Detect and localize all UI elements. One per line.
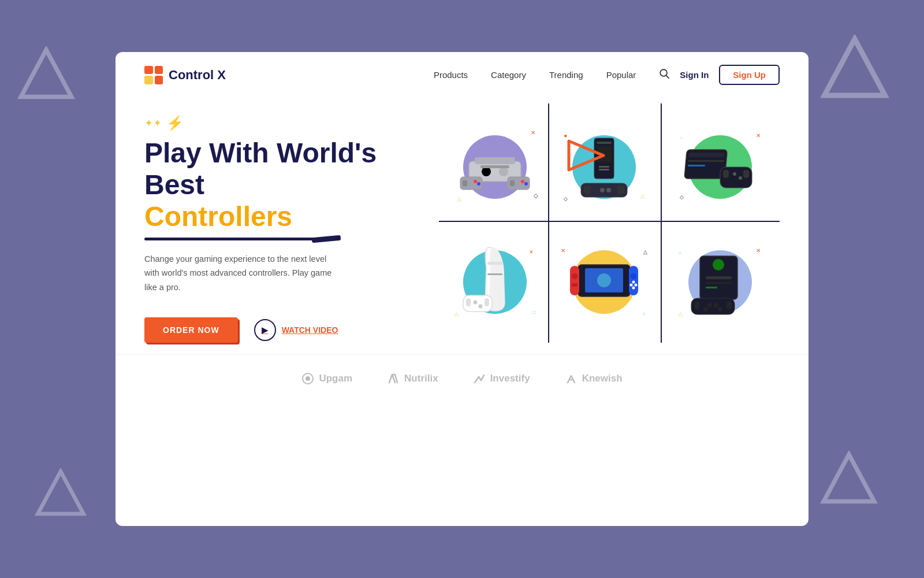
upgam-icon <box>301 372 314 385</box>
svg-point-29 <box>606 188 611 192</box>
svg-point-53 <box>630 283 633 286</box>
partner-upgam: Upgam <box>301 372 352 385</box>
red-arrow-decoration <box>563 138 609 175</box>
svg-rect-65 <box>726 301 732 309</box>
knewish-icon <box>565 372 578 385</box>
watch-video-button[interactable]: ▶ WATCH VIDEO <box>254 319 338 341</box>
svg-point-52 <box>631 273 636 279</box>
svg-rect-62 <box>706 287 717 288</box>
console-cell-ps1: ✕ ◇ △ <box>442 116 548 218</box>
investify-icon <box>473 372 486 385</box>
partners-section: Upgam Nutrilix Investify Knewish <box>116 354 808 397</box>
svg-point-66 <box>707 303 712 307</box>
partner-knewish: Knewish <box>565 372 623 385</box>
svg-point-37 <box>733 172 736 176</box>
svg-marker-1 <box>38 472 84 514</box>
svg-marker-0 <box>21 50 72 97</box>
logo-text: Control X <box>169 68 226 83</box>
svg-point-67 <box>714 303 718 307</box>
hero-actions: ORDER NOW ▶ WATCH VIDEO <box>144 317 422 343</box>
nav-item-products[interactable]: Products <box>434 70 468 80</box>
nav-item-category[interactable]: Category <box>491 70 526 80</box>
order-now-button[interactable]: ORDER NOW <box>144 317 238 343</box>
svg-rect-33 <box>688 165 705 166</box>
logo: Control X <box>144 66 226 84</box>
svg-rect-27 <box>617 186 624 194</box>
svg-point-49 <box>572 273 578 279</box>
svg-point-55 <box>635 283 638 286</box>
nav-links: Products Category Trending Popular <box>434 70 636 80</box>
svg-rect-42 <box>466 298 471 306</box>
svg-rect-32 <box>688 160 724 162</box>
nutrilix-icon <box>387 372 400 385</box>
nav-item-popular[interactable]: Popular <box>606 70 636 80</box>
svg-rect-43 <box>485 298 489 306</box>
svg-rect-40 <box>487 273 502 275</box>
svg-rect-60 <box>706 276 732 279</box>
ps5-console-img <box>454 244 535 320</box>
svg-marker-3 <box>824 454 874 501</box>
nav-link-products[interactable]: Products <box>434 70 468 80</box>
svg-point-14 <box>474 180 477 183</box>
grid-vertical-line-2 <box>661 103 662 343</box>
hero-highlight: Controllers <box>144 201 422 232</box>
svg-rect-8 <box>475 157 515 164</box>
svg-point-59 <box>713 259 724 271</box>
sparkles-icon: ✦✦ <box>144 117 162 129</box>
play-circle-icon: ▶ <box>254 319 276 341</box>
svg-point-56 <box>632 286 635 289</box>
svg-rect-61 <box>706 282 732 284</box>
nav-link-category[interactable]: Category <box>491 70 526 80</box>
svg-marker-6 <box>569 141 603 170</box>
hero-title: Play With World's Best Controllers <box>144 137 422 233</box>
svg-point-19 <box>524 182 528 186</box>
console-cell-switch: ✕ ○ △ <box>552 228 657 336</box>
svg-point-57 <box>597 273 611 287</box>
signup-button[interactable]: Sign Up <box>719 65 780 85</box>
hero-section: ✦✦ ⚡ Play With World's Best Controllers … <box>116 103 808 343</box>
hero-description: Change your gaming experience to the nex… <box>144 252 341 295</box>
svg-point-71 <box>305 376 310 381</box>
switch-console-img <box>561 247 647 317</box>
svg-rect-31 <box>688 153 725 157</box>
svg-point-28 <box>600 188 605 192</box>
svg-rect-11 <box>480 165 509 168</box>
svg-marker-2 <box>825 39 885 96</box>
logo-icon <box>144 66 163 84</box>
nav-link-trending[interactable]: Trending <box>549 70 583 80</box>
navbar: Control X Products Category Trending Pop… <box>116 52 808 98</box>
svg-point-44 <box>474 300 478 304</box>
nav-link-popular[interactable]: Popular <box>606 70 636 80</box>
grid-horizontal-line <box>439 221 780 222</box>
svg-rect-50 <box>572 283 578 287</box>
svg-rect-48 <box>570 266 579 295</box>
svg-point-10 <box>499 167 508 176</box>
search-button[interactable] <box>659 68 669 81</box>
svg-rect-17 <box>510 180 515 186</box>
ps1-console-img <box>454 135 535 199</box>
svg-point-18 <box>521 180 524 183</box>
nav-right: Sign In Sign Up <box>659 65 780 85</box>
grid-vertical-line-1 <box>548 103 549 343</box>
bolt-icon: ⚡ <box>166 115 184 131</box>
hero-grid: ✕ ◇ △ <box>439 103 780 343</box>
nav-item-trending[interactable]: Trending <box>549 70 583 80</box>
signin-button[interactable]: Sign In <box>680 70 709 80</box>
svg-point-69 <box>718 307 722 312</box>
partner-investify: Investify <box>473 372 530 385</box>
svg-point-45 <box>479 304 483 308</box>
svg-point-54 <box>632 280 635 283</box>
hero-left: ✦✦ ⚡ Play With World's Best Controllers … <box>144 103 422 343</box>
hero-underline <box>144 238 329 240</box>
svg-line-72 <box>475 377 479 383</box>
svg-rect-35 <box>723 170 729 178</box>
ps4-console-img <box>677 132 763 202</box>
partner-nutrilix: Nutrilix <box>387 372 438 385</box>
xbox-console-img <box>677 247 763 317</box>
console-cell-ps5: ✕ △ □ <box>442 228 548 336</box>
svg-line-74 <box>481 375 484 380</box>
search-icon <box>659 68 669 79</box>
main-card: Control X Products Category Trending Pop… <box>116 52 808 526</box>
svg-point-15 <box>477 182 480 186</box>
hero-badge: ✦✦ ⚡ <box>144 115 422 131</box>
